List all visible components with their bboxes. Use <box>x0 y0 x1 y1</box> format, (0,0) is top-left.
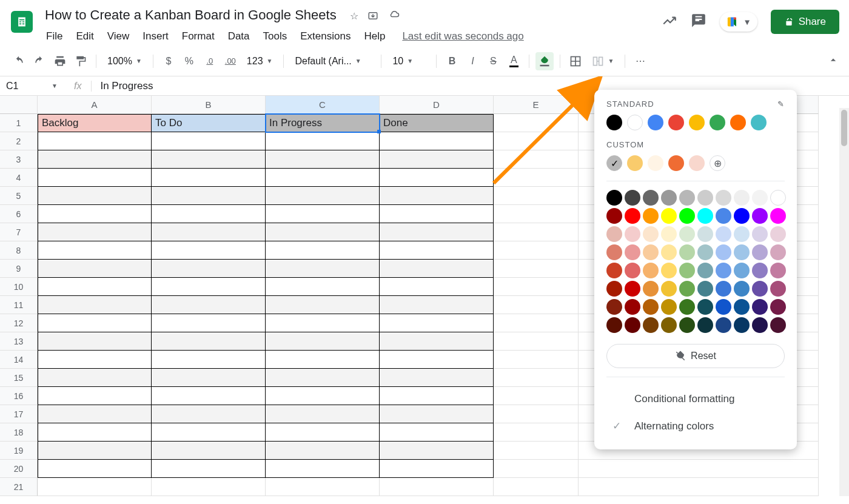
row-header[interactable]: 16 <box>0 387 38 405</box>
color-swatch[interactable] <box>716 317 731 333</box>
cell[interactable] <box>380 442 494 460</box>
color-swatch[interactable] <box>625 208 640 224</box>
cell[interactable] <box>38 442 152 460</box>
cell[interactable] <box>152 351 266 369</box>
color-swatch[interactable] <box>679 190 695 206</box>
cell[interactable] <box>152 169 266 187</box>
add-custom-color-button[interactable]: ⊕ <box>710 155 725 171</box>
color-swatch[interactable] <box>716 281 731 297</box>
cell[interactable] <box>152 241 266 260</box>
cell[interactable] <box>494 187 579 205</box>
color-swatch[interactable] <box>752 244 768 260</box>
color-swatch[interactable] <box>770 244 786 260</box>
color-swatch[interactable] <box>752 317 768 333</box>
row-header[interactable]: 11 <box>0 296 38 314</box>
color-swatch[interactable] <box>770 281 786 297</box>
color-swatch[interactable] <box>716 226 731 242</box>
reset-color-button[interactable]: Reset <box>606 344 785 368</box>
color-swatch[interactable] <box>643 299 659 315</box>
more-button[interactable]: ⋯ <box>631 52 649 70</box>
cell[interactable] <box>266 332 380 351</box>
color-swatch[interactable] <box>689 115 705 130</box>
color-swatch[interactable] <box>770 317 786 333</box>
trend-icon[interactable] <box>662 13 677 31</box>
cell[interactable] <box>380 460 494 478</box>
color-swatch[interactable] <box>770 299 786 315</box>
cell[interactable] <box>152 260 266 278</box>
cell[interactable]: To Do <box>152 114 266 132</box>
row-header[interactable]: 20 <box>0 460 38 478</box>
color-swatch[interactable] <box>661 263 677 278</box>
cell[interactable] <box>494 296 579 314</box>
cell[interactable] <box>38 241 152 260</box>
cell[interactable] <box>266 351 380 369</box>
color-swatch[interactable] <box>734 317 750 333</box>
cell[interactable] <box>152 387 266 405</box>
cell[interactable] <box>38 187 152 205</box>
color-swatch[interactable] <box>716 263 731 278</box>
color-swatch[interactable] <box>606 244 622 260</box>
cell[interactable] <box>38 205 152 223</box>
color-swatch[interactable] <box>697 226 713 242</box>
row-header[interactable]: 2 <box>0 132 38 150</box>
color-swatch[interactable] <box>627 115 643 130</box>
color-swatch[interactable] <box>625 226 640 242</box>
color-swatch[interactable] <box>606 190 622 206</box>
color-swatch[interactable] <box>606 317 622 333</box>
star-icon[interactable]: ☆ <box>350 10 358 24</box>
cell[interactable] <box>494 369 579 387</box>
cell[interactable] <box>266 423 380 442</box>
meet-button[interactable]: ▼ <box>720 12 757 32</box>
vertical-scrollbar[interactable] <box>839 108 849 496</box>
color-swatch[interactable] <box>625 263 640 278</box>
cell[interactable] <box>38 478 152 496</box>
cell[interactable] <box>380 260 494 278</box>
color-swatch[interactable] <box>770 190 786 206</box>
color-swatch[interactable] <box>627 155 643 171</box>
cell[interactable] <box>494 332 579 351</box>
cell[interactable] <box>380 223 494 241</box>
cell[interactable] <box>494 132 579 150</box>
color-swatch[interactable] <box>752 299 768 315</box>
color-swatch[interactable] <box>643 244 659 260</box>
cell[interactable] <box>266 442 380 460</box>
row-header[interactable]: 17 <box>0 405 38 423</box>
cell[interactable] <box>494 223 579 241</box>
font-dropdown[interactable]: Default (Ari...▼ <box>290 52 375 70</box>
color-swatch[interactable] <box>606 299 622 315</box>
conditional-formatting-link[interactable]: Conditional formatting <box>606 386 785 412</box>
cell[interactable] <box>266 369 380 387</box>
menu-extensions[interactable]: Extensions <box>295 28 355 45</box>
color-swatch[interactable] <box>734 263 750 278</box>
cell[interactable] <box>579 478 819 496</box>
color-swatch[interactable] <box>661 208 677 224</box>
borders-button[interactable] <box>566 52 585 70</box>
cell[interactable] <box>152 460 266 478</box>
cell[interactable] <box>38 460 152 478</box>
cell[interactable] <box>266 387 380 405</box>
move-icon[interactable] <box>367 10 379 24</box>
number-format-dropdown[interactable]: 123▼ <box>242 52 278 70</box>
color-swatch[interactable] <box>606 208 622 224</box>
cell[interactable] <box>494 169 579 187</box>
sheets-logo[interactable] <box>10 6 34 38</box>
color-swatch[interactable] <box>689 155 705 171</box>
cell[interactable] <box>494 260 579 278</box>
menu-file[interactable]: File <box>41 28 67 45</box>
color-swatch[interactable] <box>606 115 622 130</box>
cell[interactable] <box>494 405 579 423</box>
color-swatch[interactable] <box>679 281 695 297</box>
color-swatch[interactable] <box>643 317 659 333</box>
name-box[interactable]: C1▼ <box>0 81 64 92</box>
color-swatch[interactable] <box>679 226 695 242</box>
row-header[interactable]: 8 <box>0 241 38 260</box>
row-header[interactable]: 4 <box>0 169 38 187</box>
cell[interactable] <box>494 114 579 132</box>
cell[interactable] <box>152 442 266 460</box>
cell[interactable] <box>266 278 380 296</box>
cell[interactable] <box>38 369 152 387</box>
row-header[interactable]: 10 <box>0 278 38 296</box>
color-swatch[interactable] <box>668 155 684 171</box>
color-swatch[interactable] <box>697 317 713 333</box>
color-swatch[interactable] <box>770 208 786 224</box>
